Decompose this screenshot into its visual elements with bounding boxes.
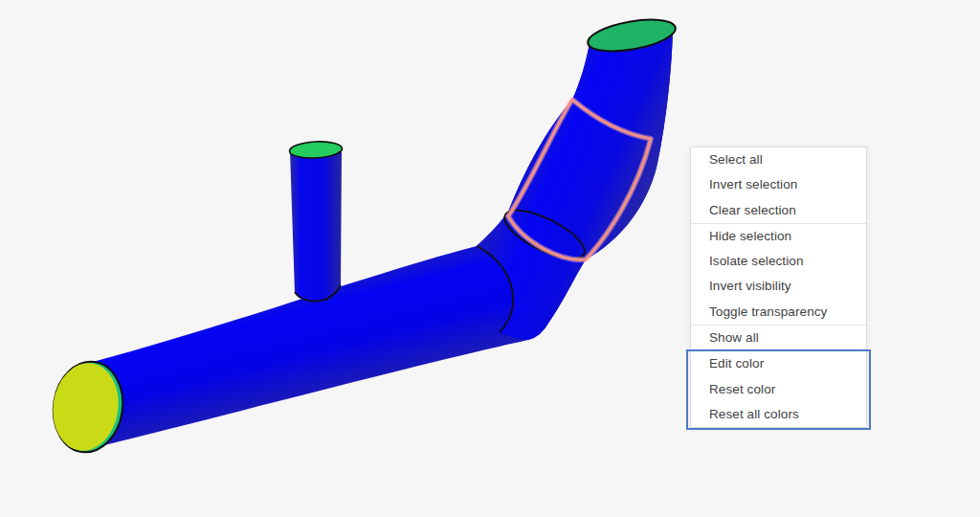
menu-item-reset-all-colors[interactable]: Reset all colors bbox=[691, 402, 866, 427]
menu-item-isolate-selection[interactable]: Isolate selection bbox=[691, 249, 866, 274]
menu-item-reset-color[interactable]: Reset color bbox=[691, 377, 866, 402]
menu-item-toggle-transparency[interactable]: Toggle transparency bbox=[691, 300, 866, 325]
menu-item-hide-selection[interactable]: Hide selection bbox=[691, 224, 866, 249]
menu-item-invert-visibility[interactable]: Invert visibility bbox=[691, 274, 866, 299]
menu-group-color-actions: Edit color Reset color Reset all colors bbox=[691, 350, 866, 427]
menu-item-select-all[interactable]: Select all bbox=[691, 147, 866, 172]
menu-item-invert-selection[interactable]: Invert selection bbox=[691, 172, 866, 197]
menu-item-edit-color[interactable]: Edit color bbox=[691, 351, 866, 376]
menu-item-show-all[interactable]: Show all bbox=[691, 326, 866, 350]
menu-item-clear-selection[interactable]: Clear selection bbox=[691, 198, 866, 223]
menu-group-visibility: Hide selection Isolate selection Invert … bbox=[691, 223, 866, 325]
menu-group-show: Show all bbox=[691, 325, 866, 350]
menu-group-selection: Select all Invert selection Clear select… bbox=[691, 147, 866, 223]
pipe-branch-body[interactable] bbox=[290, 148, 342, 302]
context-menu: Select all Invert selection Clear select… bbox=[690, 146, 867, 428]
